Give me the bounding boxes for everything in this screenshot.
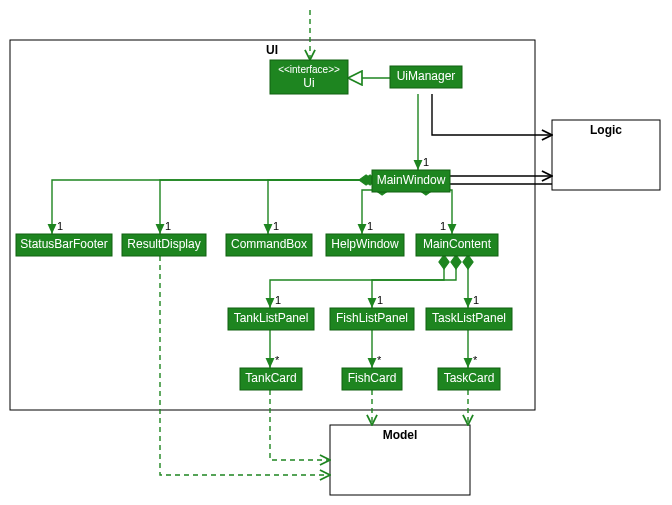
node-maincontent: MainContent: [416, 234, 498, 256]
node-tankcard-name: TankCard: [245, 371, 296, 385]
mult-mw-maincontent: 1: [440, 220, 446, 232]
node-ui-name: Ui: [303, 76, 314, 90]
mult-mw-resultdisplay: 1: [165, 220, 171, 232]
node-mainwindow-name: MainWindow: [377, 173, 446, 187]
node-fishlistpanel: FishListPanel: [330, 308, 414, 330]
node-taskcard-name: TaskCard: [444, 371, 495, 385]
edge-mw-commandbox: [268, 180, 380, 234]
package-logic: Logic: [552, 120, 660, 190]
edge-tankcard-model: [270, 390, 330, 460]
node-commandbox: CommandBox: [226, 234, 312, 256]
mult-mc-fishlist: 1: [377, 294, 383, 306]
node-tankcard: TankCard: [240, 368, 302, 390]
node-tasklistpanel: TaskListPanel: [426, 308, 512, 330]
node-ui-stereo: <<interface>>: [278, 64, 340, 75]
node-helpwindow-name: HelpWindow: [331, 237, 399, 251]
node-tasklist-name: TaskListPanel: [432, 311, 506, 325]
edge-mc-tanklist: [270, 256, 444, 308]
package-ui-label: UI: [266, 43, 278, 57]
node-fishlist-name: FishListPanel: [336, 311, 408, 325]
node-uimanager-name: UiManager: [397, 69, 456, 83]
node-ui-interface: <<interface>> Ui: [270, 60, 348, 94]
node-mainwindow: MainWindow: [372, 170, 450, 192]
node-resultdisplay-name: ResultDisplay: [127, 237, 200, 251]
node-resultdisplay: ResultDisplay: [122, 234, 206, 256]
mult-uimanager-mainwindow: 1: [423, 156, 429, 168]
uml-diagram: UI Logic Model 1 1 1 1 1 1 1 1 1 *: [0, 0, 672, 505]
mult-mw-helpwindow: 1: [367, 220, 373, 232]
edge-resultdisplay-model: [160, 256, 330, 475]
node-statusbarfooter: StatusBarFooter: [16, 234, 112, 256]
node-fishcard: FishCard: [342, 368, 402, 390]
node-taskcard: TaskCard: [438, 368, 500, 390]
edge-mw-statusbar: [52, 180, 372, 234]
mult-fishlist-fishcard: *: [377, 354, 382, 366]
node-maincontent-name: MainContent: [423, 237, 492, 251]
package-model-label: Model: [383, 428, 418, 442]
node-tanklistpanel: TankListPanel: [228, 308, 314, 330]
package-model: Model: [330, 425, 470, 495]
mult-mc-tasklist: 1: [473, 294, 479, 306]
package-logic-label: Logic: [590, 123, 622, 137]
node-uimanager: UiManager: [390, 66, 462, 88]
node-tanklist-name: TankListPanel: [234, 311, 309, 325]
mult-mw-statusbar: 1: [57, 220, 63, 232]
node-helpwindow: HelpWindow: [326, 234, 404, 256]
edge-uimanager-to-logic: [432, 94, 552, 135]
node-fishcard-name: FishCard: [348, 371, 397, 385]
mult-mc-tanklist: 1: [275, 294, 281, 306]
mult-tanklist-tankcard: *: [275, 354, 280, 366]
node-commandbox-name: CommandBox: [231, 237, 307, 251]
mult-mw-commandbox: 1: [273, 220, 279, 232]
mult-tasklist-taskcard: *: [473, 354, 478, 366]
edge-mw-maincontent: [420, 190, 452, 234]
edge-mw-helpwindow: [362, 190, 388, 234]
node-statusbar-name: StatusBarFooter: [20, 237, 107, 251]
